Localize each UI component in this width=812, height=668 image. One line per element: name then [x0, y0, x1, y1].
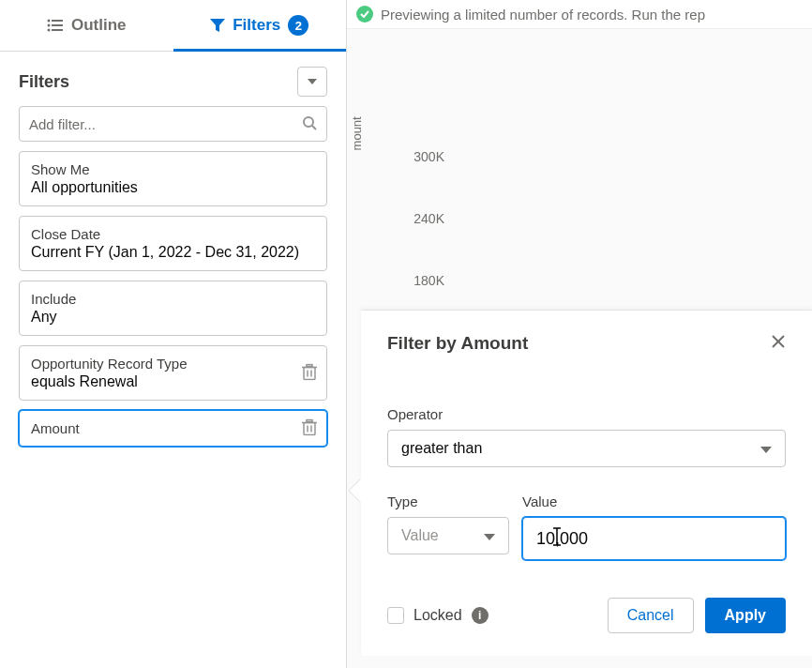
apply-button[interactable]: Apply — [705, 598, 786, 633]
add-filter-input[interactable] — [29, 116, 302, 132]
search-icon — [302, 115, 317, 133]
filter-label: Show Me — [31, 161, 315, 177]
filter-card-include[interactable]: Include Any — [19, 281, 327, 336]
filter-label: Opportunity Record Type — [31, 356, 315, 372]
check-icon — [356, 6, 373, 23]
value-label: Value — [522, 493, 786, 509]
svg-rect-13 — [304, 422, 315, 434]
svg-rect-1 — [52, 20, 63, 22]
svg-rect-8 — [304, 367, 315, 379]
filter-value: Any — [31, 309, 315, 326]
filter-icon — [210, 19, 225, 32]
filters-options-dropdown[interactable] — [297, 67, 327, 97]
filter-card-show-me[interactable]: Show Me All opportunities — [19, 151, 327, 206]
chart-area: mount 300K 240K 180K — [347, 29, 812, 292]
filter-label: Close Date — [31, 226, 315, 242]
filter-label: Amount — [31, 420, 315, 436]
type-label: Type — [387, 493, 509, 509]
type-select[interactable]: Value — [387, 517, 509, 554]
svg-point-4 — [47, 29, 50, 32]
filter-card-opportunity-record-type[interactable]: Opportunity Record Type equals Renewal — [19, 345, 327, 401]
filter-value: Current FY (Jan 1, 2022 - Dec 31, 2022) — [31, 244, 315, 261]
close-icon[interactable] — [771, 334, 786, 354]
chevron-down-icon — [484, 528, 495, 543]
preview-status-bar: Previewing a limited number of records. … — [347, 0, 812, 29]
chevron-down-icon — [760, 441, 772, 456]
filter-list: Show Me All opportunities Close Date Cur… — [0, 151, 346, 456]
filters-panel-header: Filters — [0, 52, 346, 106]
sidebar: Outline Filters 2 Filters — [0, 0, 347, 668]
popover-title: Filter by Amount — [387, 333, 528, 354]
svg-point-0 — [47, 20, 50, 23]
svg-point-6 — [304, 117, 313, 127]
locked-label: Locked — [414, 607, 462, 624]
y-tick: 300K — [403, 149, 444, 164]
filters-count-badge: 2 — [288, 15, 308, 36]
svg-point-2 — [47, 24, 50, 27]
add-filter-search[interactable] — [19, 106, 327, 142]
tab-outline[interactable]: Outline — [0, 0, 173, 51]
svg-rect-14 — [307, 419, 312, 421]
tab-filters[interactable]: Filters 2 — [173, 0, 347, 51]
filter-card-amount[interactable]: Amount — [19, 410, 327, 447]
outline-icon — [47, 19, 64, 32]
filter-value: equals Renewal — [31, 373, 315, 390]
preview-message: Previewing a limited number of records. … — [381, 7, 705, 23]
svg-line-7 — [312, 126, 316, 129]
filters-panel-title: Filters — [19, 72, 69, 92]
trash-icon[interactable] — [302, 363, 317, 383]
svg-rect-3 — [52, 24, 63, 26]
svg-rect-9 — [307, 364, 312, 366]
operator-value: greater than — [401, 440, 760, 457]
locked-checkbox[interactable] — [387, 607, 404, 624]
tab-outline-label: Outline — [71, 16, 127, 35]
trash-icon[interactable] — [302, 418, 317, 438]
value-input[interactable] — [522, 517, 786, 560]
tab-filters-label: Filters — [233, 16, 280, 35]
y-tick: 240K — [403, 211, 444, 226]
filter-by-amount-popover: Filter by Amount Operator greater than T… — [361, 310, 812, 656]
y-tick: 180K — [403, 273, 444, 288]
svg-rect-5 — [52, 29, 63, 31]
operator-label: Operator — [387, 406, 786, 422]
cancel-button[interactable]: Cancel — [608, 598, 694, 633]
filter-label: Include — [31, 291, 315, 307]
type-value: Value — [401, 527, 484, 544]
info-icon[interactable]: i — [472, 607, 489, 624]
filter-card-close-date[interactable]: Close Date Current FY (Jan 1, 2022 - Dec… — [19, 216, 327, 271]
y-axis-label: mount — [350, 116, 364, 150]
filter-value: All opportunities — [31, 179, 315, 196]
tabs: Outline Filters 2 — [0, 0, 346, 52]
operator-select[interactable]: greater than — [387, 430, 786, 467]
